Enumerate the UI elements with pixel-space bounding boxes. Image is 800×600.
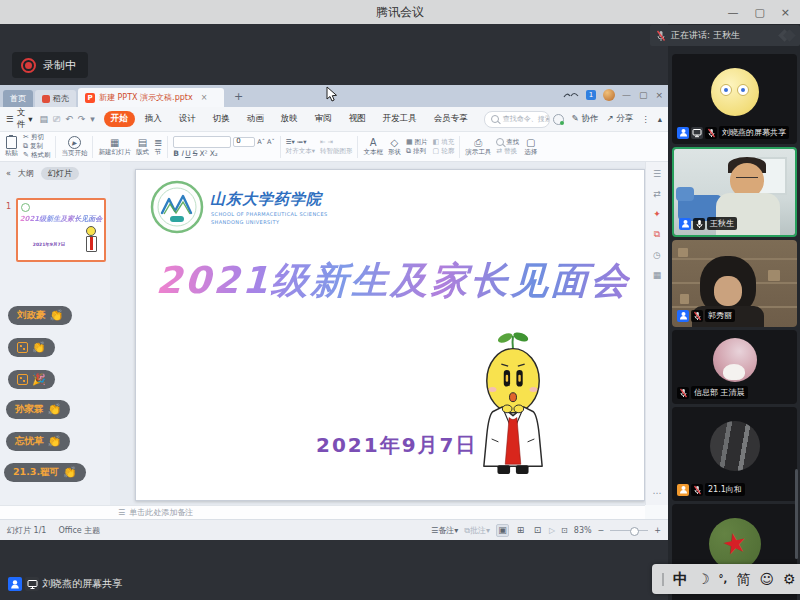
save-icon[interactable]: ▤ [39,114,48,124]
increase-font-button[interactable]: Aˆ [257,139,265,146]
section-button[interactable]: ≣节 [154,138,162,156]
sidebar-scrollbar[interactable] [795,469,798,559]
undo-icon[interactable]: ↶ [65,114,73,124]
tab-membership[interactable]: 会员专享 [427,111,475,127]
slide-canvas[interactable]: 山东大学药学院 SCHOOL OF PHARMACEUTICAL SCIENCE… [135,169,645,501]
panel-collapse-icon[interactable]: « [6,169,11,178]
tab-document[interactable]: P 新建 PPTX 演示文稿.pptx × [78,88,224,107]
zoom-level[interactable]: 83% [574,526,592,535]
number-list-icon[interactable]: ≔▾ [297,139,307,146]
ime-simplified-toggle[interactable]: 简 [736,572,750,586]
more-menu-icon[interactable]: ⋮ [641,114,650,124]
bold-button[interactable]: B [173,150,179,158]
subscript-button[interactable]: X₂ [210,150,218,158]
tab-slideshow[interactable]: 放映 [274,111,305,127]
new-tab-button[interactable]: + [234,90,243,103]
tab-design[interactable]: 设计 [172,111,203,127]
tab-developer[interactable]: 开发工具 [376,111,424,127]
fill-button[interactable]: ◧填充 [433,139,455,146]
print-icon[interactable]: ⎚ [53,114,60,125]
indent-icons[interactable]: ⇤ ⇥ [320,139,333,146]
bullet-list-icon[interactable]: ☰▾ [286,139,295,146]
textbox-button[interactable]: A文本框 [363,138,383,156]
superscript-button[interactable]: X² [199,150,207,158]
normal-view-icon[interactable]: ▣ [496,524,509,537]
notification-badge[interactable]: 1 [586,90,596,100]
shapes-button[interactable]: ◇形状 [388,138,401,156]
tab-home-ribbon[interactable]: 开始 [104,111,135,127]
present-tools-button[interactable]: ⎙演示工具 [465,138,491,156]
ime-settings-icon[interactable]: ⚙ [783,572,796,586]
outline-button[interactable]: ▢轮廓 [433,148,455,155]
participant-tile[interactable]: 郭秀丽 [672,240,797,327]
collaborate-button[interactable]: ✎ 协作 [572,113,599,125]
participant-tile[interactable]: 21.1向和 [672,407,797,501]
zoom-out-button[interactable]: − [598,526,605,535]
redo-icon[interactable]: ↷ [78,114,86,124]
outline-tab[interactable]: 大纲 [18,168,34,179]
notes-bar[interactable]: ☰ 单击此处添加备注 [0,505,645,519]
picture-button[interactable]: ▦图片 [406,139,428,146]
italic-button[interactable]: I [181,150,183,158]
properties-icon[interactable]: ☰ [653,169,661,179]
slides-tab[interactable]: 幻灯片 [41,167,79,180]
history-icon[interactable]: ◷ [653,250,661,260]
select-button[interactable]: ▢选择 [524,138,537,156]
sorter-view-icon[interactable]: ⊞ [515,525,526,536]
tab-animation[interactable]: 动画 [240,111,271,127]
assistant-icon[interactable] [553,114,564,125]
tab-docer[interactable]: 稻壳 [35,90,76,107]
ime-punctuation-icon[interactable]: °, [719,574,728,584]
media-icon[interactable]: ▦ [653,270,662,280]
wps-close-icon[interactable]: × [655,90,663,100]
layout-button[interactable]: ▤版式 [136,138,149,156]
wps-restore-icon[interactable]: ▢ [639,90,648,100]
cut-button[interactable]: ✂剪切 [23,134,50,141]
copy-button[interactable]: ⧉复制 [23,143,50,150]
tab-home[interactable]: 首页 [3,90,33,107]
beautify-icon[interactable]: ✦ [653,209,661,219]
collapse-ribbon-icon[interactable]: ▴ [658,114,662,124]
slide-thumbnail[interactable]: 2021级新生及家长见面会 2021年9月7日 [16,198,106,262]
find-button[interactable]: 查找 [496,138,519,146]
zoom-in-button[interactable]: + [654,526,661,535]
arrange-button[interactable]: ⧉排列 [406,148,428,155]
tab-insert[interactable]: 插入 [138,111,169,127]
share-button[interactable]: ↗ 分享 [606,113,633,125]
smart-graphic-button[interactable]: 转智能图形 [320,148,353,155]
ime-emoji-icon[interactable]: ☺ [759,572,774,586]
fit-window-icon[interactable]: ⊡ [561,526,568,535]
font-name-select[interactable] [173,136,231,148]
font-size-select[interactable]: 0 [233,137,255,147]
participant-tile[interactable]: 信息部 王清晨 [672,330,797,404]
participant-tile-sharer[interactable]: 刘晓燕的屏幕共享 [672,54,797,144]
strikethrough-button[interactable]: S [193,150,198,158]
zoom-slider[interactable] [610,530,648,531]
play-slideshow-icon[interactable]: ▷ [549,526,555,535]
tab-transition[interactable]: 切换 [206,111,237,127]
strip-more-icon[interactable]: ⋯ [653,488,662,498]
ime-halfwidth-icon[interactable]: ☽ [697,572,710,586]
underline-button[interactable]: U [185,150,191,158]
qat-more-icon[interactable]: ▾ [90,114,95,124]
align-text-button[interactable]: 对齐文本▾ [286,148,315,155]
zoom-slider-thumb[interactable] [630,527,639,536]
wps-minimize-icon[interactable]: — [622,90,631,100]
file-menu[interactable]: ☰文件▾ [6,107,32,131]
command-search-input[interactable]: 查找命令、搜索模板 [484,111,550,128]
ime-lang-toggle[interactable]: 中 [673,572,688,587]
reading-view-icon[interactable]: ⊡ [532,525,543,536]
format-painter-button[interactable]: ✎格式刷 [23,152,50,159]
minimize-button[interactable]: — [727,6,738,19]
notes-toggle[interactable]: ☰备注▾ [431,525,458,536]
maximize-button[interactable]: ▢ [754,6,764,19]
editing-canvas[interactable]: 山东大学药学院 SCHOOL OF PHARMACEUTICAL SCIENCE… [110,162,645,505]
ime-drag-handle[interactable] [662,573,664,586]
template-icon[interactable]: ⧉ [654,229,660,240]
decrease-font-button[interactable]: Aˇ [267,139,275,146]
close-button[interactable]: × [781,6,790,19]
paste-button[interactable]: 粘贴 [5,136,18,157]
tab-view[interactable]: 视图 [342,111,373,127]
tab-review[interactable]: 审阅 [308,111,339,127]
replace-button[interactable]: ⇄替换 [496,148,519,155]
